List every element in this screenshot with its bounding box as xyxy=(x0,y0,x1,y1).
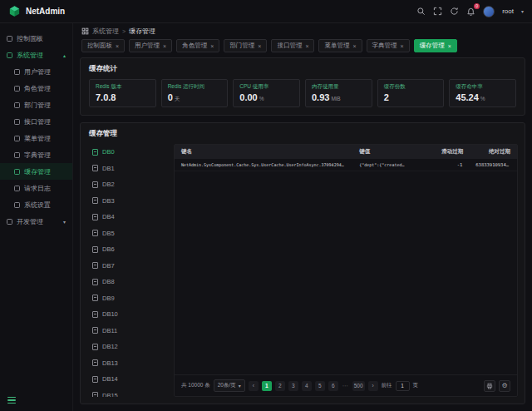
notification-bell-icon[interactable]: 0 xyxy=(466,7,475,16)
column-key-value: 键值 xyxy=(352,145,435,159)
column-sliding-expiry: 滑动过期 xyxy=(435,145,469,159)
pagination-page-button[interactable]: 6 xyxy=(328,381,338,391)
sidebar-item-label: 部门管理 xyxy=(24,101,51,110)
database-icon xyxy=(92,359,98,366)
tab-apis[interactable]: 接口管理× xyxy=(271,39,314,52)
db-list-item[interactable]: DB2 xyxy=(87,176,167,193)
column-key-name: 键名 xyxy=(175,145,352,159)
sidebar-item-departments[interactable]: 部门管理 xyxy=(0,97,72,113)
app-logo-icon xyxy=(8,5,21,17)
pagination-bar: 共 10000 条 20条/页 ▾ ‹ 1 2 3 4 5 xyxy=(175,374,517,396)
stat-value: 7.0.8 xyxy=(96,92,150,102)
sidebar-item-system[interactable]: 系统管理 ▴ xyxy=(0,47,72,63)
sidebar-item-roles[interactable]: 角色管理 xyxy=(0,80,72,97)
close-icon[interactable]: × xyxy=(448,43,451,49)
sidebar-item-settings[interactable]: 系统设置 xyxy=(0,196,72,213)
pagination-page-button[interactable]: 5 xyxy=(315,381,325,391)
sidebar-item-request-logs[interactable]: 请求日志 xyxy=(0,180,72,196)
db-list-item[interactable]: DB3 xyxy=(87,193,167,210)
db-list-item[interactable]: DB15 xyxy=(87,388,167,398)
app-window: NetAdmin 0 root ▾ 控制面板 xyxy=(0,0,532,411)
sidebar-collapse-button[interactable] xyxy=(7,395,18,405)
db-list-item[interactable]: DB12 xyxy=(87,339,167,355)
code-icon xyxy=(7,219,12,225)
pagination-page-button[interactable]: 2 xyxy=(275,381,285,391)
pagination-goto-input[interactable] xyxy=(396,381,410,391)
sidebar-item-label: 开发管理 xyxy=(17,217,43,226)
close-icon[interactable]: × xyxy=(116,43,119,49)
tab-dictionaries[interactable]: 字典管理× xyxy=(367,39,410,52)
pagination-prev-button[interactable]: ‹ xyxy=(249,381,259,391)
tab-cache[interactable]: 缓存管理× xyxy=(414,39,457,52)
pagination-page-button[interactable]: 3 xyxy=(288,381,298,391)
database-icon xyxy=(92,246,98,253)
tab-users[interactable]: 用户管理× xyxy=(129,39,172,52)
table-row[interactable]: NetAdmin.SysComponent.Cache.Sys.UserCach… xyxy=(175,159,517,171)
db-list-item[interactable]: DB5 xyxy=(87,225,167,242)
chevron-down-icon: ▾ xyxy=(63,219,66,225)
sidebar-item-apis[interactable]: 接口管理 xyxy=(0,113,72,130)
sidebar-item-label: 字典管理 xyxy=(24,151,51,160)
username[interactable]: root xyxy=(502,7,514,15)
tab-menus[interactable]: 菜单管理× xyxy=(318,39,362,52)
db-list-item[interactable]: DB8 xyxy=(87,274,167,290)
print-button[interactable] xyxy=(484,380,495,392)
department-icon xyxy=(14,102,20,108)
db-list-item[interactable]: DB10 xyxy=(87,306,167,323)
fullscreen-icon[interactable] xyxy=(433,7,442,16)
sidebar-item-menus[interactable]: 菜单管理 xyxy=(0,130,72,146)
pagination-goto-suffix: 页 xyxy=(413,382,419,389)
stat-redis-uptime: Redis 运行时间 0天 xyxy=(161,79,229,107)
tab-departments[interactable]: 部门管理× xyxy=(224,39,267,52)
pagination-page-button[interactable]: 500 xyxy=(352,381,365,391)
db-list-item[interactable]: DB14 xyxy=(87,371,167,388)
close-icon[interactable]: × xyxy=(352,43,356,49)
sidebar-item-label: 用户管理 xyxy=(24,67,51,77)
tab-dashboard[interactable]: 控制面板× xyxy=(81,39,125,52)
close-icon[interactable]: × xyxy=(210,43,214,49)
db-list-item[interactable]: DB0 xyxy=(87,144,167,161)
db-list-item[interactable]: DB13 xyxy=(87,355,167,372)
breadcrumb-separator: > xyxy=(122,28,126,34)
sidebar-item-users[interactable]: 用户管理 xyxy=(0,63,72,80)
db-list-item[interactable]: DB9 xyxy=(87,290,167,307)
db-list-item[interactable]: DB11 xyxy=(87,323,167,339)
avatar[interactable] xyxy=(483,6,495,17)
close-icon[interactable]: × xyxy=(258,43,261,49)
search-icon[interactable] xyxy=(416,7,426,16)
sidebar-item-cache[interactable]: 缓存管理 xyxy=(0,163,72,180)
card-title: 缓存统计 xyxy=(81,58,525,79)
sidebar-item-label: 接口管理 xyxy=(24,117,51,126)
database-icon xyxy=(92,376,98,383)
cell-key-name: NetAdmin.SysComponent.Cache.Sys.UserCach… xyxy=(175,159,352,171)
sidebar-item-dev[interactable]: 开发管理 ▾ xyxy=(0,213,72,230)
grid-icon xyxy=(81,27,89,35)
db-list-item[interactable]: DB1 xyxy=(87,161,167,177)
cell-sliding-expiry: -1 xyxy=(435,159,469,171)
sidebar-item-label: 系统管理 xyxy=(17,51,43,60)
stat-label: 缓存命中率 xyxy=(456,83,510,91)
pagination-page-button[interactable]: 1 xyxy=(262,381,272,391)
log-icon xyxy=(14,186,20,191)
close-icon[interactable]: × xyxy=(305,43,308,49)
close-icon[interactable]: × xyxy=(401,43,404,49)
notification-badge: 0 xyxy=(474,3,480,9)
sidebar-item-label: 控制面板 xyxy=(17,34,43,43)
pagination-page-button[interactable]: 4 xyxy=(302,381,312,391)
dashboard-icon xyxy=(7,36,12,42)
tab-label: 接口管理 xyxy=(277,42,302,50)
db-list-item[interactable]: DB7 xyxy=(87,258,167,275)
breadcrumb-item[interactable]: 系统管理 xyxy=(92,27,119,36)
page-size-select[interactable]: 20条/页 ▾ xyxy=(214,379,245,392)
sidebar-item-dashboard[interactable]: 控制面板 xyxy=(0,30,72,47)
db-list-item[interactable]: DB6 xyxy=(87,241,167,258)
table-settings-gear-icon[interactable]: ⚙ xyxy=(499,380,510,392)
db-list-item[interactable]: DB4 xyxy=(87,209,167,225)
tab-roles[interactable]: 角色管理× xyxy=(176,39,219,52)
refresh-icon[interactable] xyxy=(450,7,459,16)
close-icon[interactable]: × xyxy=(163,43,166,49)
pagination-next-button[interactable]: › xyxy=(368,381,378,391)
sidebar-item-dictionaries[interactable]: 字典管理 xyxy=(0,146,72,163)
user-menu-chevron-down-icon[interactable]: ▾ xyxy=(521,8,524,14)
sidebar-item-label: 系统设置 xyxy=(24,201,51,210)
